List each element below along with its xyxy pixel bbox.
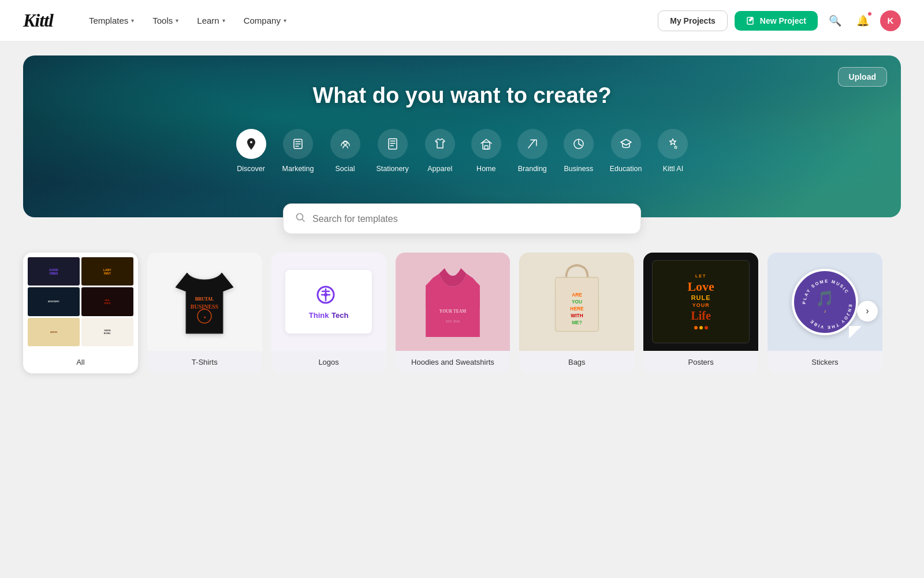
cat-discover[interactable]: Discover bbox=[236, 129, 266, 173]
card-posters-image: LET Love RULE YOUR Life bbox=[643, 253, 758, 351]
categories-bar: Discover Marketing Social Stationery App bbox=[46, 129, 878, 173]
svg-rect-3 bbox=[389, 139, 397, 149]
card-tshirts[interactable]: BRUTAL BUSINESS ★ T-Shirts bbox=[147, 253, 262, 373]
card-hoodies-label: Hoodies and Sweatshirts bbox=[396, 351, 511, 373]
cat-stationery-label: Stationery bbox=[377, 165, 409, 173]
marketing-icon bbox=[283, 129, 313, 159]
svg-text:WITH: WITH bbox=[571, 313, 583, 318]
svg-text:HERE: HERE bbox=[570, 306, 584, 312]
cat-home-label: Home bbox=[476, 165, 495, 173]
hero-title: What do you want to create? bbox=[46, 83, 878, 108]
cat-marketing-label: Marketing bbox=[282, 165, 314, 173]
template-cards-section: GOODVIBES LABYRINT MYSTERY VIOLENCE ARON… bbox=[23, 253, 901, 373]
cat-education-label: Education bbox=[610, 165, 642, 173]
bag-svg: ARE YOU HERE WITH ME? bbox=[548, 261, 606, 342]
nav-tools[interactable]: Tools ▾ bbox=[144, 11, 187, 30]
card-logos-image: Think Tech bbox=[271, 253, 386, 351]
apparel-icon bbox=[425, 129, 455, 159]
tshirt-svg: BRUTAL BUSINESS ★ bbox=[170, 261, 239, 342]
card-all-label: All bbox=[23, 351, 138, 373]
svg-text:★: ★ bbox=[203, 316, 206, 319]
cat-discover-label: Discover bbox=[237, 165, 265, 173]
cat-apparel[interactable]: Apparel bbox=[425, 129, 455, 173]
nav-company[interactable]: Company ▾ bbox=[236, 11, 295, 30]
nav-company-label: Company bbox=[244, 16, 281, 25]
social-icon bbox=[330, 129, 360, 159]
svg-text:BRUTAL: BRUTAL bbox=[195, 297, 214, 302]
cat-education[interactable]: Education bbox=[610, 129, 642, 173]
my-projects-button[interactable]: My Projects bbox=[658, 10, 728, 31]
card-bags-image: ARE YOU HERE WITH ME? bbox=[519, 253, 634, 351]
branding-icon bbox=[517, 129, 547, 159]
think-tech-logo-svg bbox=[314, 283, 343, 306]
card-hoodies[interactable]: YOUR TEAM EST. 2024 Hoodies and Sweatshi… bbox=[396, 253, 511, 373]
card-bags[interactable]: ARE YOU HERE WITH ME? Bags bbox=[519, 253, 634, 373]
bell-icon: 🔔 bbox=[856, 14, 869, 27]
avatar[interactable]: K bbox=[880, 10, 901, 31]
cat-business[interactable]: Business bbox=[564, 129, 594, 173]
new-project-button[interactable]: New Project bbox=[735, 11, 818, 31]
chevron-down-icon: ▾ bbox=[284, 17, 286, 24]
new-project-label: New Project bbox=[760, 16, 806, 25]
nav-learn-label: Learn bbox=[197, 16, 219, 25]
svg-point-7 bbox=[297, 214, 303, 220]
cat-business-label: Business bbox=[564, 165, 593, 173]
svg-point-13 bbox=[324, 293, 327, 297]
chevron-right-icon: › bbox=[866, 306, 869, 316]
svg-text:EST. 2024: EST. 2024 bbox=[446, 320, 460, 323]
nav-links: Templates ▾ Tools ▾ Learn ▾ Company ▾ bbox=[81, 11, 639, 30]
search-wrapper bbox=[23, 203, 901, 234]
svg-text:YOU: YOU bbox=[572, 299, 582, 305]
cat-stationery[interactable]: Stationery bbox=[377, 129, 409, 173]
card-tshirts-label: T-Shirts bbox=[147, 351, 262, 373]
card-posters[interactable]: LET Love RULE YOUR Life Posters bbox=[643, 253, 758, 373]
svg-text:ME?: ME? bbox=[572, 320, 582, 325]
discover-icon bbox=[236, 129, 266, 159]
nav-learn[interactable]: Learn ▾ bbox=[189, 11, 233, 30]
notifications-button[interactable]: 🔔 bbox=[852, 10, 873, 31]
chevron-down-icon: ▾ bbox=[131, 17, 134, 24]
nav-tools-label: Tools bbox=[152, 16, 173, 25]
card-logos[interactable]: Think Tech Logos bbox=[271, 253, 386, 373]
search-box bbox=[283, 203, 641, 234]
edit-icon bbox=[746, 16, 755, 25]
svg-text:ARE: ARE bbox=[572, 292, 582, 298]
nav-templates-label: Templates bbox=[89, 16, 128, 25]
card-posters-label: Posters bbox=[643, 351, 758, 373]
cat-social-label: Social bbox=[335, 165, 355, 173]
kittl-ai-icon bbox=[658, 129, 688, 159]
cat-home[interactable]: Home bbox=[471, 129, 501, 173]
card-all-image: GOODVIBES LABYRINT MYSTERY VIOLENCE ARON… bbox=[23, 253, 138, 351]
hero-section: Upload What do you want to create? Disco… bbox=[23, 55, 901, 217]
logo[interactable]: Kittl bbox=[23, 10, 53, 31]
business-icon bbox=[564, 129, 594, 159]
cat-kittl-ai-label: Kittl AI bbox=[663, 165, 683, 173]
card-hoodies-image: YOUR TEAM EST. 2024 bbox=[396, 253, 511, 351]
card-bags-label: Bags bbox=[519, 351, 634, 373]
search-icon: 🔍 bbox=[829, 14, 841, 27]
cat-marketing[interactable]: Marketing bbox=[282, 129, 314, 173]
search-button[interactable]: 🔍 bbox=[825, 10, 845, 31]
nav-templates[interactable]: Templates ▾ bbox=[81, 11, 142, 30]
search-input[interactable] bbox=[312, 214, 629, 224]
nav-actions: My Projects New Project 🔍 🔔 K bbox=[658, 10, 901, 31]
cat-apparel-label: Apparel bbox=[427, 165, 452, 173]
stationery-icon bbox=[378, 129, 408, 159]
search-icon bbox=[295, 212, 305, 225]
notification-badge bbox=[867, 12, 872, 16]
card-all[interactable]: GOODVIBES LABYRINT MYSTERY VIOLENCE ARON… bbox=[23, 253, 138, 373]
cat-kittl-ai[interactable]: Kittl AI bbox=[658, 129, 688, 173]
education-icon bbox=[611, 129, 641, 159]
cat-branding[interactable]: Branding bbox=[517, 129, 547, 173]
next-button[interactable]: › bbox=[857, 301, 878, 321]
home-icon bbox=[471, 129, 501, 159]
hoodie-svg: YOUR TEAM EST. 2024 bbox=[421, 258, 485, 345]
card-tshirts-image: BRUTAL BUSINESS ★ bbox=[147, 253, 262, 351]
svg-text:YOUR TEAM: YOUR TEAM bbox=[439, 309, 466, 314]
chevron-down-icon: ▾ bbox=[222, 17, 225, 24]
cat-branding-label: Branding bbox=[518, 165, 547, 173]
card-logos-label: Logos bbox=[271, 351, 386, 373]
chevron-down-icon: ▾ bbox=[176, 17, 178, 24]
cat-social[interactable]: Social bbox=[330, 129, 360, 173]
card-stickers-label: Stickers bbox=[767, 351, 882, 373]
